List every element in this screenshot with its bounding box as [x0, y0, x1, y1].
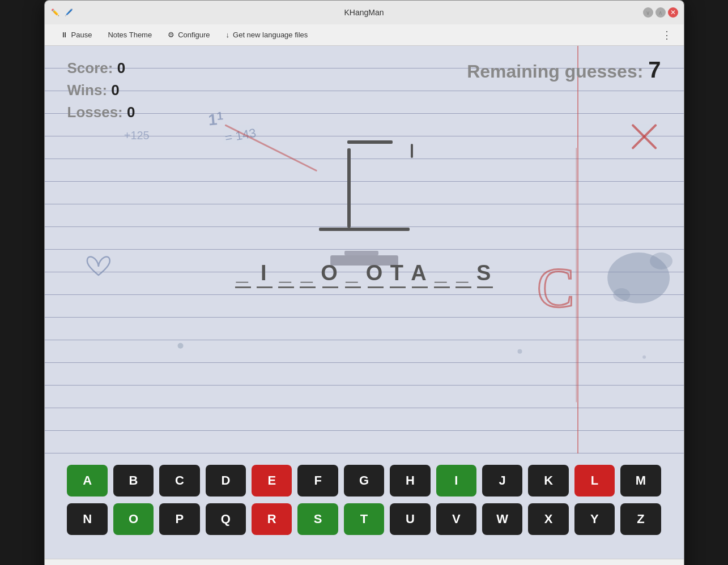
word-char-4: O: [321, 259, 340, 285]
more-menu-button[interactable]: ⋮: [659, 27, 675, 43]
key-y[interactable]: Y: [574, 503, 615, 535]
get-language-button[interactable]: ↓ Get new language files: [219, 27, 315, 42]
game-content: Score: 0 Wins: 0 Losses: 0 Remaining gue…: [45, 46, 684, 305]
configure-label: Configure: [178, 31, 210, 39]
key-d[interactable]: D: [206, 465, 246, 496]
wins-value: 0: [111, 82, 119, 99]
pause-icon: ⏸: [61, 31, 68, 39]
minimize-button[interactable]: ∨: [643, 7, 653, 18]
window-controls: ∨ ∧ ✕: [643, 7, 678, 18]
score-value: 0: [117, 59, 125, 76]
key-n[interactable]: N: [67, 503, 107, 535]
word-char-2: _: [279, 259, 293, 285]
key-v[interactable]: V: [436, 503, 476, 535]
word-slot-5: _: [344, 259, 361, 288]
word-char-5: _: [346, 259, 360, 285]
theme-label: Notes Theme: [108, 31, 152, 39]
word-underline-7: [390, 286, 406, 288]
wins-label: Wins:: [67, 82, 108, 99]
word-char-1: I: [261, 259, 269, 285]
word-underline-11: [477, 286, 493, 288]
configure-icon: ⚙: [168, 31, 174, 39]
score-row: Score: 0: [67, 57, 135, 79]
key-m[interactable]: M: [620, 465, 661, 496]
key-f[interactable]: F: [297, 465, 338, 496]
remaining-label: Remaining guesses:: [467, 61, 643, 82]
word-char-8: A: [411, 259, 428, 285]
word-slot-3: _: [299, 259, 316, 288]
gallows-base: [319, 228, 410, 231]
notes-theme-button[interactable]: Notes Theme: [101, 27, 159, 42]
key-s[interactable]: S: [297, 503, 338, 535]
keyboard-area: ABCDEFGHIJKLM NOPQRSTUVWXYZ: [45, 453, 684, 559]
word-underline-5: [345, 286, 361, 288]
stats-area: Score: 0 Wins: 0 Losses: 0 Remaining gue…: [67, 57, 661, 123]
word-slot-7: T: [389, 259, 406, 288]
word-char-3: _: [301, 259, 315, 285]
remaining-guesses: Remaining guesses: 7: [467, 57, 661, 83]
pause-button[interactable]: ⏸ Pause: [54, 27, 99, 42]
menubar: ⏸ Pause Notes Theme ⚙ Configure ↓ Get ne…: [45, 24, 684, 46]
word-underline-10: [455, 286, 471, 288]
word-char-0: _: [236, 259, 250, 285]
configure-button[interactable]: ⚙ Configure: [161, 27, 216, 42]
word-underline-4: [322, 286, 338, 288]
stats-left: Score: 0 Wins: 0 Losses: 0: [67, 57, 135, 123]
key-z[interactable]: Z: [620, 503, 661, 535]
key-u[interactable]: U: [390, 503, 430, 535]
maximize-button[interactable]: ∧: [655, 7, 666, 18]
key-w[interactable]: W: [482, 503, 522, 535]
word-slot-10: _: [455, 259, 472, 288]
word-char-11: S: [476, 259, 493, 285]
word-slot-2: _: [278, 259, 295, 288]
key-l[interactable]: L: [574, 465, 615, 496]
key-t[interactable]: T: [344, 503, 384, 535]
wins-row: Wins: 0: [67, 79, 135, 101]
key-c[interactable]: C: [159, 465, 199, 496]
key-b[interactable]: B: [113, 465, 154, 496]
key-a[interactable]: A: [67, 465, 107, 496]
losses-value: 0: [127, 104, 135, 121]
word-slot-9: _: [433, 259, 450, 288]
key-e[interactable]: E: [252, 465, 292, 496]
key-h[interactable]: H: [390, 465, 430, 496]
key-o[interactable]: O: [113, 503, 154, 535]
word-slot-8: A: [411, 259, 428, 288]
word-underline-2: [278, 286, 294, 288]
pause-label: Pause: [71, 31, 92, 39]
game-area: 11 = 143 +125 C: [45, 46, 684, 453]
losses-row: Losses: 0: [67, 101, 135, 123]
word-underline-9: [434, 286, 450, 288]
gallows-top: [347, 140, 393, 144]
remaining-value: 7: [648, 57, 661, 82]
word-underline-0: [235, 286, 251, 288]
statusbar: Reveal Word 1:21 ›: [45, 559, 684, 565]
key-x[interactable]: X: [528, 503, 568, 535]
download-icon: ↓: [226, 31, 230, 39]
titlebar: ✏️ 🖊️ KHangMan ∨ ∧ ✕: [45, 1, 684, 24]
key-i[interactable]: I: [436, 465, 476, 496]
window-title: KHangMan: [344, 8, 384, 17]
word-slot-6: O: [366, 259, 385, 288]
gallows-post: [347, 148, 351, 228]
word-slot-4: O: [321, 259, 340, 288]
losses-label: Losses:: [67, 104, 123, 121]
app-icon-1: ✏️: [50, 7, 61, 18]
key-r[interactable]: R: [252, 503, 292, 535]
word-char-6: O: [366, 259, 385, 285]
score-label: Score:: [67, 59, 113, 76]
key-j[interactable]: J: [482, 465, 522, 496]
gallows: [308, 140, 421, 231]
close-button[interactable]: ✕: [668, 7, 678, 18]
app-window: ✏️ 🖊️ KHangMan ∨ ∧ ✕ ⏸ Pause Notes Theme…: [44, 0, 684, 565]
app-icon-2: 🖊️: [64, 7, 74, 18]
hangman-area: [67, 129, 661, 242]
key-p[interactable]: P: [159, 503, 199, 535]
key-q[interactable]: Q: [206, 503, 246, 535]
keyboard-row-2: NOPQRSTUVWXYZ: [67, 503, 661, 535]
word-underline-8: [412, 286, 428, 288]
word-char-10: _: [456, 259, 470, 285]
get-language-label: Get new language files: [233, 31, 308, 39]
key-k[interactable]: K: [528, 465, 568, 496]
key-g[interactable]: G: [344, 465, 384, 496]
